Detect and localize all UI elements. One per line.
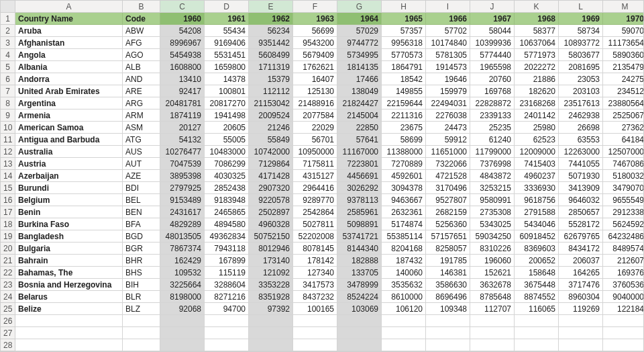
value-cell[interactable]: 109348 <box>426 303 470 315</box>
value-cell[interactable]: 152621 <box>470 267 515 279</box>
value-cell[interactable]: 109532 <box>160 267 205 279</box>
value-cell[interactable]: 22850 <box>337 122 382 134</box>
country-name-cell[interactable]: Bahamas, The <box>15 267 123 279</box>
empty-cell[interactable] <box>123 339 160 351</box>
header-year-8[interactable]: 1968 <box>515 13 559 25</box>
value-cell[interactable]: 2081695 <box>559 61 603 73</box>
country-name-cell[interactable]: Bulgaria <box>15 243 123 255</box>
country-name-cell[interactable]: Afghanistan <box>15 37 123 49</box>
col-header-E[interactable]: E <box>249 1 293 13</box>
row-header-9[interactable]: 9 <box>1 109 15 122</box>
value-cell[interactable]: 159979 <box>426 85 470 97</box>
value-cell[interactable]: 119269 <box>559 303 603 315</box>
row-header-24[interactable]: 24 <box>1 291 15 303</box>
value-cell[interactable]: 173140 <box>249 255 293 267</box>
empty-cell[interactable] <box>470 327 515 339</box>
header-year-6[interactable]: 1966 <box>426 13 470 25</box>
value-cell[interactable]: 11173654 <box>603 37 645 49</box>
value-cell[interactable]: 5624592 <box>603 218 645 230</box>
value-cell[interactable]: 7270889 <box>382 158 426 170</box>
value-cell[interactable]: 8437232 <box>293 291 337 303</box>
empty-cell[interactable] <box>160 339 205 351</box>
value-cell[interactable]: 9956318 <box>382 37 426 49</box>
value-cell[interactable]: 11167000 <box>337 146 382 158</box>
value-cell[interactable]: 7467086 <box>603 158 645 170</box>
value-cell[interactable]: 125130 <box>293 85 337 97</box>
value-cell[interactable]: 9655549 <box>603 194 645 206</box>
value-cell[interactable]: 24275 <box>603 73 645 85</box>
country-name-cell[interactable]: Angola <box>15 49 123 61</box>
value-cell[interactable]: 140060 <box>382 267 426 279</box>
value-cell[interactable]: 1874119 <box>160 109 205 122</box>
value-cell[interactable]: 9183948 <box>205 194 249 206</box>
country-name-cell[interactable]: Bosnia and Herzegovina <box>15 279 123 291</box>
value-cell[interactable]: 4171428 <box>249 170 293 182</box>
value-cell[interactable]: 55385114 <box>382 230 426 243</box>
value-cell[interactable]: 1814135 <box>337 61 382 73</box>
value-cell[interactable]: 3478999 <box>337 279 382 291</box>
empty-cell[interactable] <box>123 327 160 339</box>
value-cell[interactable]: 4030325 <box>205 170 249 182</box>
value-cell[interactable]: 3253215 <box>470 182 515 194</box>
value-cell[interactable]: 3895398 <box>160 170 205 182</box>
code-cell[interactable]: ARM <box>123 109 160 122</box>
value-cell[interactable]: 18542 <box>382 73 426 85</box>
col-header-A[interactable]: A <box>15 1 123 13</box>
header-year-10[interactable]: 1970 <box>603 13 645 25</box>
value-cell[interactable]: 2145004 <box>337 109 382 122</box>
value-cell[interactable]: 49362834 <box>205 230 249 243</box>
value-cell[interactable]: 164265 <box>559 267 603 279</box>
value-cell[interactable]: 9289770 <box>293 194 337 206</box>
value-cell[interactable]: 8696496 <box>426 291 470 303</box>
value-cell[interactable]: 21246 <box>249 122 293 134</box>
value-cell[interactable]: 24473 <box>426 122 470 134</box>
empty-cell[interactable] <box>515 339 559 351</box>
empty-cell[interactable] <box>15 315 123 327</box>
value-cell[interactable]: 3417573 <box>293 279 337 291</box>
value-cell[interactable]: 2850657 <box>559 206 603 218</box>
empty-cell[interactable] <box>337 339 382 351</box>
value-cell[interactable]: 13410 <box>160 73 205 85</box>
value-cell[interactable]: 5454938 <box>160 49 205 61</box>
value-cell[interactable]: 16407 <box>293 73 337 85</box>
value-cell[interactable]: 56701 <box>293 134 337 146</box>
value-cell[interactable]: 12507000 <box>603 146 645 158</box>
row-header-27[interactable]: 27 <box>1 327 15 339</box>
value-cell[interactable]: 8524224 <box>337 291 382 303</box>
row-header-18[interactable]: 18 <box>1 218 15 230</box>
value-cell[interactable]: 7223801 <box>337 158 382 170</box>
country-name-cell[interactable]: United Arab Emirates <box>15 85 123 97</box>
value-cell[interactable]: 9646032 <box>559 194 603 206</box>
value-cell[interactable]: 56699 <box>293 25 337 37</box>
col-header-G[interactable]: G <box>337 1 382 13</box>
value-cell[interactable]: 9580991 <box>470 194 515 206</box>
value-cell[interactable]: 55005 <box>205 134 249 146</box>
value-cell[interactable]: 92417 <box>160 85 205 97</box>
value-cell[interactable]: 59912 <box>426 134 470 146</box>
value-cell[interactable]: 5343025 <box>470 218 515 230</box>
value-cell[interactable]: 5771973 <box>515 49 559 61</box>
value-cell[interactable]: 64184 <box>603 134 645 146</box>
value-cell[interactable]: 2009524 <box>249 109 293 122</box>
value-cell[interactable]: 50752150 <box>249 230 293 243</box>
value-cell[interactable]: 2211316 <box>382 109 426 122</box>
value-cell[interactable]: 3586630 <box>426 279 470 291</box>
value-cell[interactable]: 10483000 <box>205 146 249 158</box>
value-cell[interactable]: 9153489 <box>160 194 205 206</box>
value-cell[interactable]: 3535632 <box>382 279 426 291</box>
value-cell[interactable]: 3336930 <box>515 182 559 194</box>
header-year-3[interactable]: 1963 <box>293 13 337 25</box>
value-cell[interactable]: 57641 <box>337 134 382 146</box>
row-header-3[interactable]: 3 <box>1 37 15 49</box>
value-cell[interactable]: 106120 <box>382 303 426 315</box>
value-cell[interactable]: 212607 <box>603 255 645 267</box>
col-header-D[interactable]: D <box>205 1 249 13</box>
code-cell[interactable]: BLZ <box>123 303 160 315</box>
value-cell[interactable]: 21488916 <box>293 97 337 109</box>
value-cell[interactable]: 9543200 <box>293 37 337 49</box>
empty-cell[interactable] <box>123 315 160 327</box>
code-cell[interactable]: BIH <box>123 279 160 291</box>
row-header-13[interactable]: 13 <box>1 158 15 170</box>
header-year-1[interactable]: 1961 <box>205 13 249 25</box>
value-cell[interactable]: 234512 <box>603 85 645 97</box>
